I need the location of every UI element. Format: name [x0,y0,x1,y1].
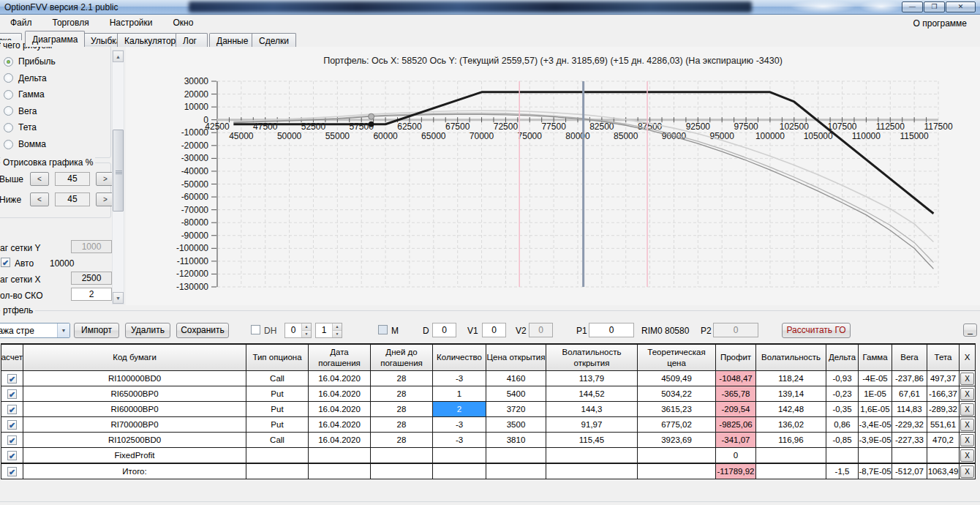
dh-checkbox[interactable] [251,325,260,334]
v1-input[interactable] [482,323,506,337]
table-cell[interactable]: Call [246,433,309,448]
below-decrement-button[interactable]: < [30,192,49,206]
row-checkbox[interactable]: ✔ [7,420,17,430]
row-select-cell[interactable]: ✔ [1,464,23,479]
row-checkbox[interactable]: ✔ [7,435,17,445]
strategy-combobox[interactable]: одажа стре ▼ [0,323,70,338]
radio-option-2[interactable]: Гамма [4,89,45,100]
table-cell[interactable]: 4160 [486,371,546,386]
dh-spinner-1[interactable]: 0 ▲▼ [284,323,312,338]
table-cell[interactable] [486,464,546,479]
calculate-go-button[interactable]: Рассчитать ГО [782,323,851,338]
menu-item-1[interactable]: Торговля [42,15,99,31]
table-cell[interactable] [371,464,433,479]
table-cell[interactable]: 115,45 [546,433,638,448]
table-cell[interactable]: 144,3 [546,402,638,417]
table-cell[interactable]: 16.04.2020 [309,402,371,417]
scrollbar-thumb[interactable] [113,130,124,212]
spinner-up-icon[interactable]: ▲ [333,323,342,331]
table-cell[interactable]: 5400 [486,386,546,402]
table-cell[interactable]: 16.04.2020 [309,371,371,386]
table-cell[interactable]: 28 [371,371,433,386]
table-cell[interactable]: 118,24 [756,371,826,386]
sko-count-input[interactable] [71,288,112,301]
tab-4[interactable]: Лог [176,33,208,47]
spinner-down-icon[interactable]: ▼ [333,331,342,337]
row-checkbox[interactable]: ✔ [7,389,17,399]
table-cell[interactable]: 3500 [486,417,546,433]
save-button[interactable]: Сохранить [176,323,229,338]
table-cell[interactable]: -3,4E-05 [859,417,892,433]
table-cell[interactable]: Call [246,371,309,386]
auto-grid-checkbox[interactable]: ✔ [1,258,10,267]
table-cell[interactable] [638,448,716,463]
table-cell[interactable]: -1048,47 [716,371,756,386]
p2-input[interactable] [713,323,758,337]
table-cell[interactable]: -365,78 [716,386,756,402]
menu-item-3[interactable]: Окно [163,15,204,31]
table-cell[interactable]: 1 [433,386,486,402]
delete-row-button[interactable]: X [960,434,974,446]
table-cell[interactable] [546,448,638,463]
spinner-down-icon[interactable]: ▼ [302,331,311,337]
table-cell[interactable]: -11789,92 [716,464,756,479]
table-cell[interactable]: 67,61 [892,386,927,402]
table-cell[interactable]: -9825,06 [716,417,756,433]
row-select-cell[interactable]: ✔ [1,433,23,448]
table-cell[interactable]: 3810 [486,433,546,448]
row-checkbox[interactable]: ✔ [7,467,17,476]
table-cell[interactable]: -0,35 [826,402,859,417]
table-cell[interactable] [892,448,927,463]
tab-6[interactable]: Сделки [252,33,296,47]
table-cell[interactable]: -3 [433,371,486,386]
radio-option-5[interactable]: Вомма [4,139,46,149]
collapse-button[interactable]: _ [963,323,977,337]
table-cell[interactable]: 16.04.2020 [309,433,371,448]
restore-button[interactable]: ❐ [924,1,945,12]
table-cell[interactable]: 28 [371,433,433,448]
table-cell[interactable]: 6775,02 [638,417,716,433]
radio-option-0[interactable]: Прибыль [4,56,56,67]
radio-option-3[interactable]: Вега [4,106,37,116]
scroll-down-button[interactable]: ▼ [113,292,124,304]
tab-5[interactable]: Данные [209,33,255,47]
d-input[interactable] [432,323,456,337]
spinner-up-icon[interactable]: ▲ [302,323,311,331]
table-cell[interactable] [756,464,826,479]
table-cell[interactable] [859,448,892,463]
row-select-cell[interactable]: ✔ [1,371,23,386]
table-cell[interactable]: 470,2 [927,433,960,448]
dh-spinner-2[interactable]: 1 ▲▼ [315,323,342,338]
table-cell[interactable]: 4509,49 [638,371,716,386]
table-cell[interactable]: 139,14 [756,386,826,402]
table-cell[interactable]: RI60000BP0 [23,402,246,417]
row-select-cell[interactable]: ✔ [1,402,23,417]
table-cell[interactable]: 497,37 [927,371,960,386]
table-cell[interactable]: 551,61 [927,417,960,433]
row-select-cell[interactable]: ✔ [1,386,23,402]
table-cell[interactable]: -0,23 [826,386,859,402]
radio-option-1[interactable]: Дельта [4,73,47,83]
table-cell[interactable]: RI100000BD0 [23,371,246,386]
table-cell[interactable]: -209,54 [716,402,756,417]
tab-3[interactable]: Калькулятор [117,33,183,47]
table-cell[interactable]: -8,7E-05 [859,464,892,479]
table-cell[interactable]: 114,83 [892,402,927,417]
table-cell[interactable]: 113,79 [546,371,638,386]
table-cell[interactable]: -1,5 [826,464,859,479]
table-cell[interactable]: -0,93 [826,371,859,386]
p1-input[interactable] [589,323,634,337]
row-checkbox[interactable]: ✔ [7,451,17,460]
table-cell[interactable]: -3 [433,417,486,433]
table-cell[interactable] [826,448,859,463]
delete-row-button[interactable]: X [960,465,974,478]
table-cell[interactable]: -512,07 [892,464,927,479]
table-cell[interactable]: -3 [433,433,486,448]
tab-1[interactable]: Диаграмма [25,31,85,47]
above-value[interactable]: 45 [55,172,90,186]
table-cell[interactable] [486,448,546,463]
table-cell[interactable]: -341,07 [716,433,756,448]
table-cell[interactable]: -3,9E-05 [859,433,892,448]
delete-row-button[interactable]: X [960,449,974,462]
import-button[interactable]: Импорт [74,323,119,338]
